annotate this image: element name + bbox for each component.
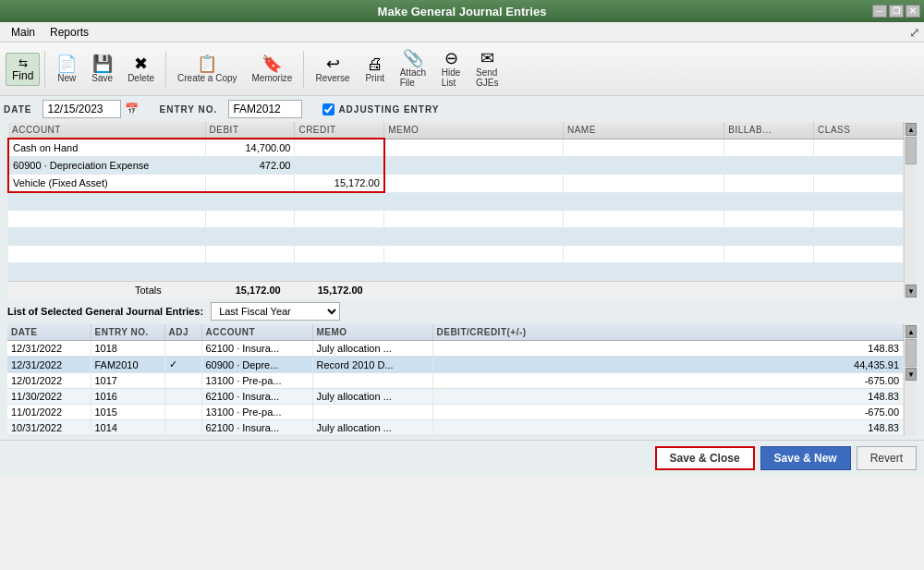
list-table-container: DATE ENTRY NO. ADJ ACCOUNT MEMO DEBIT/CR…: [7, 324, 917, 436]
find-label: Find: [12, 69, 33, 82]
journal-row[interactable]: 60900 · Depreciation Expense472.00: [8, 157, 904, 175]
reverse-label: Reverse: [315, 73, 349, 83]
close-button[interactable]: ✕: [906, 5, 920, 18]
list-row[interactable]: 10/31/2022101462100 · Insura...July allo…: [7, 420, 904, 436]
restore-button[interactable]: ❐: [889, 5, 904, 18]
list-row[interactable]: 12/31/2022FAM2010✓60900 · Depre...Record…: [7, 357, 904, 373]
menu-reports[interactable]: Reports: [43, 24, 96, 41]
entry-label: ENTRY NO.: [159, 104, 217, 115]
journal-empty-row[interactable]: [8, 228, 904, 246]
memorize-icon: 🔖: [261, 55, 282, 72]
revert-button[interactable]: Revert: [857, 446, 917, 470]
save-icon: 💾: [92, 55, 113, 72]
journal-empty-row[interactable]: [8, 192, 904, 211]
total-credit: 15,172.00: [318, 285, 363, 296]
hide-list-label: HideList: [442, 67, 461, 88]
expand-icon[interactable]: ⤢: [909, 25, 920, 40]
journal-table-container: ACCOUNT DEBIT CREDIT MEMO NAME BILLAB...…: [7, 122, 917, 298]
reverse-icon: ↩: [326, 55, 340, 72]
attach-file-button[interactable]: 📎 AttachFile: [394, 47, 432, 91]
new-button[interactable]: 📄 New: [50, 53, 83, 86]
th-name: NAME: [563, 122, 723, 139]
lt-entry-no: ENTRY NO.: [91, 324, 164, 341]
th-memo: MEMO: [384, 122, 564, 139]
find-button[interactable]: ⇆ Find: [6, 53, 40, 86]
memorize-button[interactable]: 🔖 Memorize: [246, 53, 299, 86]
send-gjes-button[interactable]: ✉ SendGJEs: [469, 47, 505, 91]
toolbar-sep-3: [303, 51, 304, 88]
hide-list-button[interactable]: ⊖ HideList: [434, 47, 468, 91]
journal-table: ACCOUNT DEBIT CREDIT MEMO NAME BILLAB...…: [7, 122, 904, 281]
hide-list-icon: ⊖: [444, 50, 458, 67]
menu-bar: Main Reports ⤢: [0, 22, 924, 42]
bottom-bar: Save & Close Save & New Revert: [0, 440, 924, 476]
total-debit: 15,172.00: [236, 285, 281, 296]
list-row[interactable]: 11/01/2022101513100 · Pre-pa...-675.00: [7, 405, 904, 420]
toolbar-sep-1: [44, 51, 45, 88]
lt-date: DATE: [7, 324, 91, 341]
list-section: List of Selected General Journal Entries…: [0, 298, 924, 440]
attach-icon: 📎: [403, 50, 423, 67]
reverse-button[interactable]: ↩ Reverse: [309, 53, 356, 86]
date-input[interactable]: [43, 100, 121, 118]
delete-label: Delete: [128, 73, 154, 83]
list-row[interactable]: 12/01/2022101713100 · Pre-pa...-675.00: [7, 373, 904, 389]
th-billab: BILLAB...: [724, 122, 814, 139]
list-label: List of Selected General Journal Entries…: [7, 306, 203, 317]
th-account: ACCOUNT: [8, 122, 205, 139]
save-close-button[interactable]: Save & Close: [655, 446, 755, 470]
lt-memo: MEMO: [312, 324, 432, 341]
window-controls: ─ ❐ ✕: [872, 5, 920, 18]
delete-button[interactable]: ✖ Delete: [121, 53, 161, 86]
find-arrows-icon: ⇆: [18, 56, 28, 69]
title-bar: Make General Journal Entries ─ ❐ ✕: [0, 0, 924, 22]
title-text: Make General Journal Entries: [378, 5, 547, 18]
th-class: CLASS: [814, 122, 904, 139]
print-icon: 🖨: [367, 55, 383, 72]
list-row[interactable]: 12/31/2022101862100 · Insura...July allo…: [7, 341, 904, 357]
totals-row: Totals 15,172.00 15,172.00: [7, 281, 904, 298]
memorize-label: Memorize: [252, 73, 293, 83]
list-scrollbar[interactable]: ▲ ▼: [904, 324, 917, 436]
adjusting-checkbox[interactable]: [322, 103, 334, 115]
lt-adj: ADJ: [164, 324, 201, 341]
totals-label: Totals: [135, 285, 162, 296]
toolbar: ⇆ Find 📄 New 💾 Save ✖ Delete 📋 Create a …: [0, 42, 924, 96]
save-button[interactable]: 💾 Save: [85, 53, 119, 86]
date-label: DATE: [4, 104, 31, 115]
lt-debit-credit: DEBIT/CREDIT(+/-): [432, 324, 904, 341]
entry-no-input[interactable]: [228, 100, 302, 118]
new-label: New: [57, 73, 76, 83]
minimize-button[interactable]: ─: [872, 5, 887, 18]
send-gjes-icon: ✉: [480, 50, 494, 67]
new-icon: 📄: [56, 55, 77, 72]
list-row[interactable]: 11/30/2022101662100 · Insura...July allo…: [7, 389, 904, 405]
print-button[interactable]: 🖨 Print: [359, 53, 392, 86]
th-debit: DEBIT: [205, 122, 295, 139]
attach-label: AttachFile: [400, 67, 426, 88]
adjusting-entry-check[interactable]: ADJUSTING ENTRY: [322, 103, 439, 115]
journal-empty-row[interactable]: [8, 211, 904, 228]
toolbar-sep-2: [165, 51, 166, 88]
entry-header: DATE 📅 ENTRY NO. ADJUSTING ENTRY: [0, 96, 924, 122]
menu-main[interactable]: Main: [4, 24, 43, 41]
journal-empty-row[interactable]: [8, 246, 904, 263]
calendar-icon[interactable]: 📅: [125, 103, 139, 115]
th-credit: CREDIT: [295, 122, 384, 139]
create-copy-button[interactable]: 📋 Create a Copy: [171, 53, 243, 86]
print-label: Print: [365, 73, 384, 83]
delete-icon: ✖: [134, 55, 148, 72]
journal-row[interactable]: Cash on Hand14,700.00: [8, 139, 904, 157]
save-new-button[interactable]: Save & New: [760, 446, 851, 470]
list-header: List of Selected General Journal Entries…: [7, 302, 917, 321]
journal-row[interactable]: Vehicle (Fixed Asset)15,172.00: [8, 175, 904, 193]
copy-icon: 📋: [197, 55, 217, 72]
send-gjes-label: SendGJEs: [476, 67, 498, 88]
lt-account: ACCOUNT: [201, 324, 312, 341]
adjusting-label: ADJUSTING ENTRY: [338, 104, 439, 115]
create-copy-label: Create a Copy: [177, 73, 237, 83]
journal-scrollbar[interactable]: ▲ ▼: [904, 122, 917, 298]
list-table: DATE ENTRY NO. ADJ ACCOUNT MEMO DEBIT/CR…: [7, 324, 904, 436]
journal-empty-row[interactable]: [8, 263, 904, 281]
list-period-dropdown[interactable]: Last Fiscal Year This Fiscal Year All: [211, 302, 340, 321]
